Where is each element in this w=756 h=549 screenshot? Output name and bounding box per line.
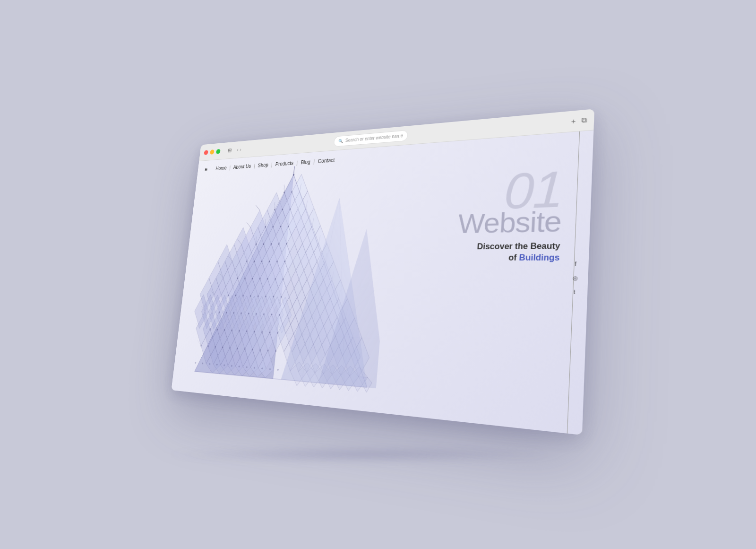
traffic-light-green[interactable] xyxy=(216,148,221,154)
mockup-scene: ⊞ ‹ › 🔍 Search or enter website name + ⧉… xyxy=(146,123,572,445)
traffic-light-red[interactable] xyxy=(204,149,208,155)
instagram-icon[interactable]: ◎ xyxy=(570,273,580,282)
facebook-icon[interactable]: f xyxy=(571,259,581,268)
search-icon: 🔍 xyxy=(338,139,343,143)
svg-line-167 xyxy=(284,184,285,192)
nav-item-blog[interactable]: Blog xyxy=(297,158,314,166)
duplicate-tab-icon[interactable]: ⧉ xyxy=(581,115,587,124)
hero-tagline: Discover the Beauty of Buildings xyxy=(455,240,560,264)
tab-icon: ⊞ xyxy=(225,146,234,155)
browser-shadow xyxy=(168,447,550,462)
address-bar-text: Search or enter website name xyxy=(345,133,404,143)
nav-item-shop[interactable]: Shop xyxy=(255,162,272,169)
address-bar[interactable]: 🔍 Search or enter website name xyxy=(334,130,409,147)
new-tab-icon[interactable]: + xyxy=(571,117,576,125)
forward-arrow[interactable]: › xyxy=(240,146,241,152)
svg-line-247 xyxy=(246,222,251,227)
building-illustration xyxy=(183,159,394,398)
browser-window: ⊞ ‹ › 🔍 Search or enter website name + ⧉… xyxy=(171,109,594,435)
hero-content: 01 Website Discover the Beauty of Buildi… xyxy=(455,163,564,264)
nav-item-products[interactable]: Products xyxy=(272,160,297,167)
nav-item-about[interactable]: About Us xyxy=(230,163,254,170)
nav-items: Home | About Us | Shop | Products | Blog… xyxy=(213,157,338,171)
hero-tagline-accent: Buildings xyxy=(519,253,560,262)
svg-line-246 xyxy=(255,205,260,210)
traffic-lights xyxy=(204,148,221,155)
nav-item-home[interactable]: Home xyxy=(213,165,230,171)
hero-tagline-of: of xyxy=(508,253,517,262)
hamburger-icon[interactable]: ≡ xyxy=(204,166,207,173)
traffic-light-yellow[interactable] xyxy=(210,149,215,154)
svg-point-165 xyxy=(277,369,279,370)
nav-item-contact[interactable]: Contact xyxy=(314,157,338,164)
browser-actions: + ⧉ xyxy=(571,115,587,125)
svg-point-154 xyxy=(195,362,197,363)
twitter-icon[interactable]: t xyxy=(570,287,580,296)
hero-tagline-line1: Discover the Beauty xyxy=(477,241,560,251)
back-arrow[interactable]: ‹ xyxy=(237,147,239,152)
hero-title: Website xyxy=(457,207,562,237)
nav-arrows: ‹ › xyxy=(237,146,241,152)
social-icons: f ◎ t xyxy=(570,259,581,296)
website-content: ≡ Home | About Us | Shop | Products | Bl… xyxy=(171,130,593,435)
